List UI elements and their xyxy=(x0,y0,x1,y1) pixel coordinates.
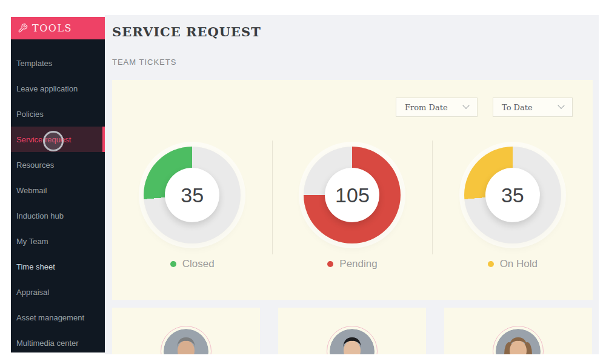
legend-on-hold: On Hold xyxy=(488,258,538,270)
sidebar-item-my-team[interactable]: My Team xyxy=(11,228,105,254)
team-cards-row xyxy=(112,308,593,354)
sidebar-item-appraisal[interactable]: Appraisal xyxy=(11,279,105,305)
donut-center: 35 xyxy=(485,168,540,222)
sidebar-item-resources[interactable]: Resources xyxy=(11,152,105,177)
sidebar-item-leave-application[interactable]: Leave application xyxy=(11,76,105,101)
sidebar-nav: TemplatesLeave applicationPoliciesServic… xyxy=(11,39,105,352)
donut-row: 35Closed105Pending35On Hold xyxy=(112,147,593,270)
page-title: SERVICE REQUEST xyxy=(112,24,261,39)
donut-value: 105 xyxy=(335,184,370,207)
legend-dot xyxy=(170,261,176,267)
legend-dot xyxy=(488,261,494,267)
sidebar-item-time-sheet[interactable]: Time sheet xyxy=(11,254,105,279)
to-date-label: To Date xyxy=(502,103,533,112)
sidebar-item-policies[interactable]: Policies xyxy=(11,101,105,127)
sidebar-item-induction-hub[interactable]: Induction hub xyxy=(11,203,105,228)
donut-value: 35 xyxy=(181,184,204,207)
donut-center: 105 xyxy=(325,168,379,222)
team-member-card[interactable] xyxy=(112,308,260,354)
team-member-card[interactable] xyxy=(278,308,426,354)
sidebar-item-asset-management[interactable]: Asset management xyxy=(11,305,105,330)
sidebar-header: TOOLS xyxy=(11,17,105,39)
dashboard: TOOLS TemplatesLeave applicationPolicies… xyxy=(0,0,606,364)
donut-section-pending: 105Pending xyxy=(272,147,432,270)
donut-chart-pending: 105 xyxy=(304,147,401,243)
legend-label: On Hold xyxy=(500,258,538,270)
donut-chart-on-hold: 35 xyxy=(464,147,561,243)
donut-section-on-hold: 35On Hold xyxy=(433,147,593,270)
sidebar-item-multimedia-center[interactable]: Multimedia center xyxy=(11,330,105,352)
donut-chart-closed: 35 xyxy=(144,147,241,243)
chevron-down-icon xyxy=(558,102,564,109)
legend-label: Pending xyxy=(339,258,377,270)
from-date-dropdown[interactable]: From Date xyxy=(396,98,478,117)
legend-label: Closed xyxy=(182,258,215,270)
section-subtitle: TEAM TICKETS xyxy=(112,58,176,67)
team-member-card[interactable] xyxy=(444,308,592,354)
sidebar-item-webmail[interactable]: Webmail xyxy=(11,177,105,203)
sidebar: TOOLS TemplatesLeave applicationPolicies… xyxy=(11,17,105,352)
from-date-label: From Date xyxy=(405,103,448,112)
sidebar-title: TOOLS xyxy=(32,22,72,34)
legend-closed: Closed xyxy=(170,258,215,270)
donut-center: 35 xyxy=(165,168,219,222)
wrench-icon xyxy=(18,23,28,33)
sidebar-item-templates[interactable]: Templates xyxy=(11,50,105,76)
donut-section-closed: 35Closed xyxy=(112,147,272,270)
cursor-click-indicator xyxy=(43,131,64,151)
chevron-down-icon xyxy=(462,102,469,109)
team-tickets-panel: From Date To Date 35Closed105Pending35On… xyxy=(112,80,593,300)
donut-value: 35 xyxy=(501,184,524,207)
legend-pending: Pending xyxy=(327,258,377,270)
legend-dot xyxy=(327,261,333,267)
to-date-dropdown[interactable]: To Date xyxy=(493,98,573,117)
